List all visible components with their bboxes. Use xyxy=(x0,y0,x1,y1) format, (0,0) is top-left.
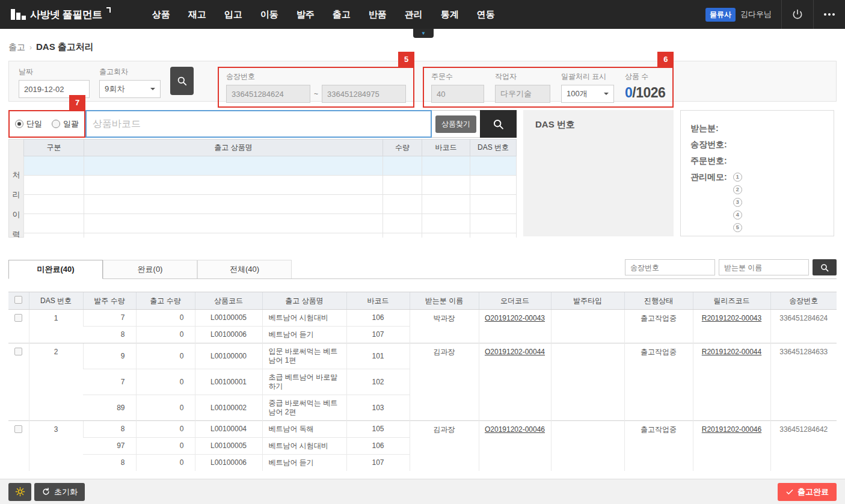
nav-item[interactable]: 입고 xyxy=(215,9,251,20)
tab-2[interactable]: 전체(40) xyxy=(197,260,292,278)
order-type-cell xyxy=(551,421,624,472)
power-icon xyxy=(791,8,804,20)
history-column-header: 바코드 xyxy=(422,140,470,156)
reset-button[interactable]: 초기화 xyxy=(34,483,85,501)
list-search-button[interactable] xyxy=(813,259,837,275)
nav-item[interactable]: 반품 xyxy=(360,9,396,20)
ship-complete-button[interactable]: 출고완료 xyxy=(778,483,837,501)
nav-item[interactable]: 재고 xyxy=(179,9,215,20)
history-cell xyxy=(24,214,84,233)
filter-search-button[interactable] xyxy=(170,67,194,95)
release-code-cell: R20191202-00044 xyxy=(693,343,770,421)
history-row xyxy=(24,214,517,233)
invoice-from-input xyxy=(226,85,310,103)
release-code-link[interactable]: R20191202-00046 xyxy=(702,425,761,434)
row-checkbox[interactable] xyxy=(14,348,22,355)
ordered-qty-cell: 8 xyxy=(83,327,136,343)
das-number-panel: DAS 번호 xyxy=(523,110,674,236)
history-cell xyxy=(24,176,84,195)
more-menu-button[interactable] xyxy=(814,0,845,29)
radio-single[interactable]: 단일 xyxy=(15,118,42,129)
memo-number: 1 xyxy=(733,173,742,182)
nav-caret-tab[interactable]: ▼ xyxy=(413,29,434,38)
receiver-search-input[interactable] xyxy=(719,259,809,275)
nav-item[interactable]: 연동 xyxy=(468,9,504,20)
barcode-input[interactable] xyxy=(85,110,432,138)
settings-button[interactable] xyxy=(8,483,31,501)
history-row xyxy=(24,156,517,176)
history-cell xyxy=(24,233,84,238)
history-cell xyxy=(84,195,383,214)
product-code-cell: L00100005 xyxy=(195,310,262,327)
bottom-bar: 초기화 출고완료 xyxy=(0,479,845,504)
select-all-checkbox[interactable] xyxy=(14,296,22,304)
product-code-cell: L00100004 xyxy=(195,421,262,438)
release-code-link[interactable]: R20191202-00043 xyxy=(702,314,761,322)
batch-display-select[interactable]: 100개 xyxy=(561,85,614,103)
ordered-qty-cell: 7 xyxy=(83,310,136,327)
invoice-range-group: 5 송장번호 ~ xyxy=(218,67,414,108)
header-checkbox-cell xyxy=(8,292,29,310)
nav-item[interactable]: 출고 xyxy=(324,9,360,20)
history-cell xyxy=(383,156,422,176)
release-code-cell: R20191202-00046 xyxy=(693,421,770,472)
memo-number: 3 xyxy=(733,198,742,207)
logo-mark xyxy=(106,7,111,13)
history-table: 구분출고 상품명수량바코드DAS 번호 xyxy=(23,139,517,238)
scan-area: 7 단일 일괄 상품찾기 xyxy=(8,110,837,238)
table-row: 290L00100000입문 바로써먹는 베트남어 1편101김과장O20191… xyxy=(8,343,837,369)
row-checkbox[interactable] xyxy=(14,425,22,433)
breadcrumb-separator: › xyxy=(29,43,32,52)
barcode-cell: 102 xyxy=(346,369,410,395)
round-select[interactable]: 9회차 xyxy=(99,80,161,98)
product-code-cell: L00100006 xyxy=(195,455,262,472)
receiver-cell: 김과장 xyxy=(410,343,479,421)
release-code-link[interactable]: R20191202-00044 xyxy=(702,348,761,356)
product-code-cell: L00100000 xyxy=(195,343,262,369)
barcode-cell: 106 xyxy=(346,310,410,327)
order-code-link[interactable]: O20191202-00043 xyxy=(485,314,545,322)
barcode-search-button[interactable] xyxy=(480,110,517,138)
history-row xyxy=(24,176,517,195)
find-product-wrap: 상품찾기 xyxy=(432,110,480,138)
nav-item[interactable]: 이동 xyxy=(251,9,287,20)
breadcrumb-section[interactable]: 출고 xyxy=(8,42,25,53)
radio-batch-label: 일괄 xyxy=(63,118,79,129)
shipped-qty-cell: 0 xyxy=(136,395,195,421)
order-type-cell xyxy=(551,310,624,343)
history-column-header: 구분 xyxy=(24,140,84,156)
find-product-button[interactable]: 상품찾기 xyxy=(435,115,476,133)
filter-panel: 날짜 출고회차 9회차 5 송장번호 ~ 6 주문수 xyxy=(8,61,837,102)
column-header: 발주타입 xyxy=(551,292,624,310)
nav-item[interactable]: 통계 xyxy=(432,9,468,20)
tab-0[interactable]: 미완료(40) xyxy=(8,260,103,279)
app-logo[interactable]: 사방넷 풀필먼트 xyxy=(11,8,111,22)
radio-batch[interactable]: 일괄 xyxy=(52,118,79,129)
history-body xyxy=(24,156,517,238)
history-cell xyxy=(470,195,517,214)
scan-mode-group: 7 단일 일괄 xyxy=(8,110,85,138)
das-panel-title: DAS 번호 xyxy=(535,119,662,131)
product-code-cell: L00100006 xyxy=(195,327,262,343)
tab-1[interactable]: 완료(0) xyxy=(103,260,197,278)
status-cell: 출고작업중 xyxy=(624,343,693,421)
invoice-label: 송장번호: xyxy=(690,137,834,153)
invoice-search-input[interactable] xyxy=(625,259,715,275)
column-header: 송장번호 xyxy=(770,292,837,310)
user-name[interactable]: 김다우님 xyxy=(740,9,772,20)
product-code-cell: L00100001 xyxy=(195,369,262,395)
row-checkbox[interactable] xyxy=(14,314,22,322)
order-code-link[interactable]: O20191202-00046 xyxy=(485,425,545,434)
row-checkbox-cell xyxy=(8,343,29,421)
nav-item[interactable]: 발주 xyxy=(287,9,324,20)
release-code-cell: R20191202-00043 xyxy=(693,310,770,343)
logout-button[interactable] xyxy=(782,0,813,29)
ordered-qty-cell: 7 xyxy=(83,369,136,395)
order-code-link[interactable]: O20191202-00044 xyxy=(485,348,545,356)
order-count-label: 주문수 xyxy=(431,72,484,82)
nav-item[interactable]: 관리 xyxy=(396,9,432,20)
product-name-cell: 베트남어 시험대비 xyxy=(262,438,346,455)
row-checkbox-cell xyxy=(8,421,29,472)
history-header-row: 구분출고 상품명수량바코드DAS 번호 xyxy=(24,140,517,156)
nav-item[interactable]: 상품 xyxy=(143,9,179,20)
